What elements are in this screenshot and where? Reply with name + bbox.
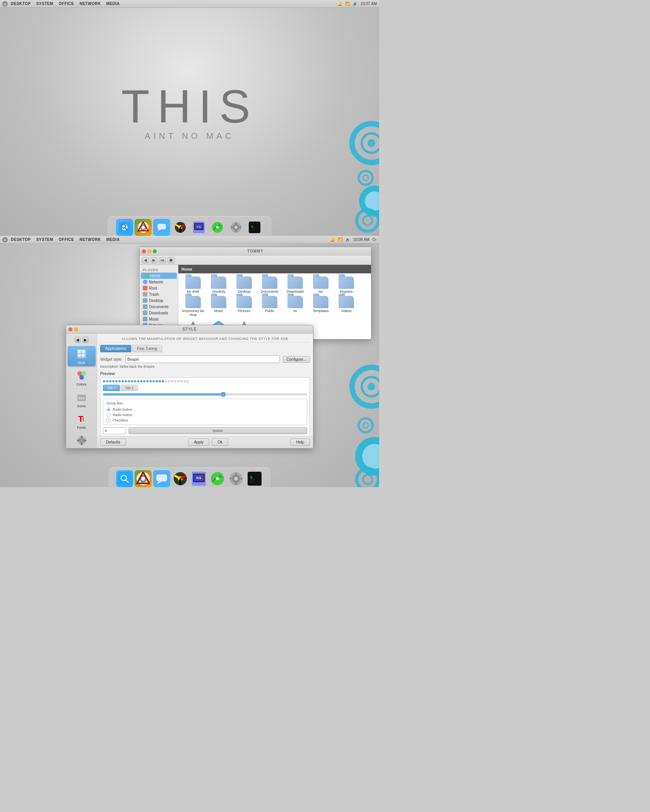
file-iso[interactable]: iso xyxy=(309,276,332,293)
dock-nuclear[interactable] xyxy=(172,219,189,236)
bottom-dock-config[interactable] xyxy=(228,470,245,487)
slider-track[interactable] xyxy=(103,393,307,396)
help-button[interactable]: Help xyxy=(290,438,310,446)
file-documents[interactable]: Documents xyxy=(258,276,281,293)
dock-config[interactable] xyxy=(228,219,245,236)
nav-item-fonts[interactable]: T t Fonts xyxy=(68,411,96,431)
file-desktop[interactable]: Desktop xyxy=(233,276,256,293)
sidebar-root[interactable]: Root xyxy=(140,285,178,291)
sidebar-desktop[interactable]: Desktop xyxy=(140,297,178,304)
defaults-button[interactable]: Defaults xyxy=(100,438,126,446)
dock-terminal[interactable]: $_ ~~ xyxy=(246,219,263,236)
file-pictures[interactable]: Pictures xyxy=(233,296,256,317)
bottom-dock-chat[interactable] xyxy=(153,470,170,487)
sidebar-home[interactable]: Home xyxy=(141,273,177,279)
dot-20 xyxy=(162,380,164,382)
bottom-dock-terminal[interactable]: $_ ~~ xyxy=(246,470,263,487)
bottom-dock-screen[interactable]: KS xyxy=(190,470,207,487)
radio-button-2[interactable] xyxy=(106,413,110,417)
nav-item-icons[interactable]: IMG Icons xyxy=(68,389,96,409)
svg-point-5 xyxy=(359,171,373,185)
file-keypass[interactable]: keypass xyxy=(335,276,358,293)
svg-point-87 xyxy=(363,475,372,484)
tab-applications[interactable]: Applications xyxy=(100,345,131,352)
fm-home-button[interactable]: ⏮ xyxy=(159,257,166,263)
radio-button-1[interactable] xyxy=(106,408,110,411)
bottom-menu-office[interactable]: Office xyxy=(59,237,74,242)
fm-path-bar: Home xyxy=(178,265,371,273)
tab-fine-tuning[interactable]: Fine Tuning xyxy=(132,345,162,352)
preview-tab-2[interactable]: Tab 2 xyxy=(121,385,138,391)
sidebar-documents[interactable]: Documents xyxy=(140,304,178,310)
bottom-menu-items: Desktop System Office Network Media xyxy=(11,237,120,242)
menu-media[interactable]: Media xyxy=(106,2,120,6)
sidebar-downloads[interactable]: Downloads xyxy=(140,310,178,316)
file-kmymoney[interactable]: kmymoney backup xyxy=(181,296,205,317)
slider-handle[interactable] xyxy=(221,392,225,397)
apply-button[interactable]: Apply xyxy=(188,438,209,446)
fm-back-button[interactable]: ◀ xyxy=(142,257,149,263)
bottom-menu-media[interactable]: Media xyxy=(106,237,120,242)
bottom-dock-finder[interactable] xyxy=(116,470,133,487)
preview-tab-1[interactable]: Tab 1 xyxy=(103,385,120,391)
nav-item-colors[interactable]: Colors xyxy=(68,368,96,388)
svg-point-83 xyxy=(363,423,368,428)
style-nav: ◀ ▶ Style xyxy=(66,334,97,448)
bottom-menu-network[interactable]: Network xyxy=(79,237,101,242)
bottom-menu-desktop[interactable]: Desktop xyxy=(11,237,31,242)
fm-toolbar: ◀ ▶ ⏮ ⏹ xyxy=(140,256,371,265)
sidebar-music[interactable]: Music xyxy=(140,316,178,322)
file-cloudcity[interactable]: cloudcity xyxy=(207,276,230,293)
dot-27 xyxy=(183,380,186,382)
file-videos[interactable]: Videos xyxy=(335,296,358,317)
svg-rect-45 xyxy=(143,298,147,303)
menu-desktop[interactable]: Desktop xyxy=(11,2,31,6)
preview-number-input[interactable]: 0 xyxy=(103,427,126,434)
dock-ksysguard[interactable] xyxy=(209,219,226,236)
style-description-bar: Allows the manipulation of widget behavi… xyxy=(100,337,310,343)
style-min-button[interactable] xyxy=(74,328,78,331)
fm-stop-button[interactable]: ⏹ xyxy=(168,257,174,263)
svg-rect-59 xyxy=(78,350,81,353)
configure-button[interactable]: Configure... xyxy=(283,356,310,363)
dock-screen[interactable]: KS xyxy=(190,219,207,236)
nav-icons-label: Icons xyxy=(77,404,86,408)
top-screen: G Desktop System Office Network Media 🔔 … xyxy=(0,0,379,236)
dock-chat[interactable] xyxy=(153,219,170,236)
bottom-menu-system[interactable]: System xyxy=(36,237,53,242)
dock-chrome[interactable] xyxy=(135,219,152,236)
sidebar-network[interactable]: Network xyxy=(140,279,178,285)
bottom-dock-nuclear[interactable] xyxy=(172,470,189,487)
file-downloads[interactable]: Downloads xyxy=(284,276,307,293)
style-window-title: Style xyxy=(182,327,197,331)
nav-forward-arrow[interactable]: ▶ xyxy=(82,337,89,343)
bottom-dock-chrome[interactable] xyxy=(135,470,152,487)
bottom-wifi-icon: 📶 xyxy=(338,237,342,242)
file-public[interactable]: Public xyxy=(258,296,281,317)
nav-back-arrow[interactable]: ◀ xyxy=(75,337,81,343)
ok-button[interactable]: Ok xyxy=(212,438,228,446)
dock-finder[interactable] xyxy=(116,219,133,236)
file-be-shell[interactable]: be-shell xyxy=(181,276,205,293)
fm-forward-button[interactable]: ▶ xyxy=(151,257,157,263)
style-close-button[interactable] xyxy=(68,328,72,331)
preview-button[interactable]: Button xyxy=(128,427,307,434)
nav-item-style[interactable]: Style xyxy=(68,346,96,366)
file-music[interactable]: Music xyxy=(207,296,230,317)
widget-style-select[interactable]: Bespin xyxy=(125,355,280,363)
maximize-button[interactable] xyxy=(153,249,157,253)
svg-rect-43 xyxy=(143,286,147,290)
menu-office[interactable]: Office xyxy=(59,2,74,6)
menu-system[interactable]: System xyxy=(36,2,53,6)
menu-network[interactable]: Network xyxy=(79,2,101,6)
file-ss[interactable]: ss xyxy=(284,296,307,317)
nav-item-gtk[interactable]: Gtk Configuration xyxy=(68,433,96,449)
file-templates[interactable]: Templates xyxy=(309,296,332,317)
minimize-button[interactable] xyxy=(147,249,151,253)
close-button[interactable] xyxy=(142,249,146,253)
file-manager-title: TOMMY xyxy=(247,249,263,253)
sidebar-trash[interactable]: Trash xyxy=(140,291,178,297)
bottom-dock-ksysguard[interactable] xyxy=(209,470,226,487)
svg-rect-48 xyxy=(143,317,147,321)
checkbox-1[interactable] xyxy=(106,418,110,422)
